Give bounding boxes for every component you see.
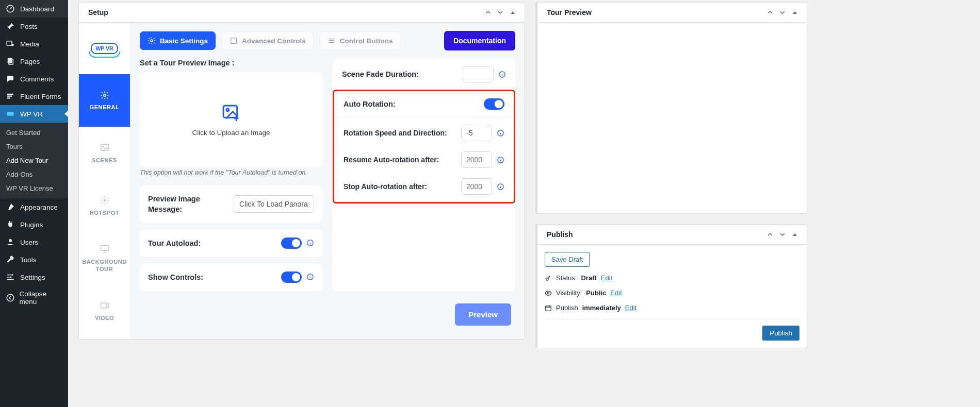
sidebar-item-fluent-forms[interactable]: Fluent Forms bbox=[0, 88, 68, 105]
info-icon[interactable] bbox=[496, 129, 504, 137]
pill-basic-settings[interactable]: Basic Settings bbox=[140, 31, 216, 50]
sidebar-label: Dashboard bbox=[20, 5, 54, 13]
panel-caret-up-icon[interactable] bbox=[765, 230, 775, 239]
panel-caret-down-icon[interactable] bbox=[778, 230, 787, 239]
pill-advanced-controls[interactable]: Advanced Controls bbox=[222, 31, 314, 50]
scene-fade-input[interactable] bbox=[463, 66, 494, 82]
submenu-get-started[interactable]: Get Started bbox=[0, 126, 68, 140]
svg-rect-5 bbox=[7, 94, 13, 95]
svg-point-24 bbox=[226, 108, 229, 111]
tab-label: VIDEO bbox=[95, 315, 114, 321]
tour-autoload-toggle[interactable] bbox=[281, 238, 302, 249]
submenu-wpvr-license[interactable]: WP VR License bbox=[0, 181, 68, 195]
scene-fade-row: Scene Fade Duration: bbox=[333, 59, 515, 90]
upload-image-icon bbox=[220, 103, 242, 124]
resume-rotation-row: Resume Auto-rotation after: bbox=[334, 146, 514, 173]
tour-preview-body bbox=[537, 23, 807, 213]
submenu-addons[interactable]: Add-Ons bbox=[0, 167, 68, 181]
preview-message-label: Preview Image Message: bbox=[148, 194, 231, 215]
sidebar-item-pages[interactable]: Pages bbox=[0, 53, 68, 70]
wpvr-logo: WP VR bbox=[79, 23, 130, 74]
auto-rotation-highlight: Auto Rotation: Rotation Speed and Direct… bbox=[333, 90, 515, 204]
rotation-speed-input[interactable] bbox=[461, 125, 492, 141]
tab-general[interactable]: GENERAL bbox=[79, 74, 130, 127]
resume-rotation-label: Resume Auto-rotation after: bbox=[344, 156, 439, 164]
publish-date-label: Publish bbox=[556, 304, 578, 312]
tab-video[interactable]: VIDEO bbox=[79, 284, 130, 337]
visibility-value: Public bbox=[586, 289, 606, 297]
sidebar-label: Fluent Forms bbox=[20, 93, 61, 100]
panel-caret-up-icon[interactable] bbox=[765, 8, 775, 17]
sidebar-item-posts[interactable]: Posts bbox=[0, 18, 68, 35]
panel-triangle-up-icon[interactable] bbox=[790, 230, 799, 239]
panel-caret-up-icon[interactable] bbox=[483, 8, 493, 17]
sidebar-label: Comments bbox=[20, 75, 54, 83]
calendar-icon bbox=[545, 304, 552, 312]
svg-rect-20 bbox=[101, 303, 106, 308]
info-icon[interactable] bbox=[306, 239, 314, 247]
info-icon[interactable] bbox=[496, 156, 504, 164]
status-label: Status: bbox=[556, 274, 577, 282]
sidebar-item-tools[interactable]: Tools bbox=[0, 251, 68, 268]
svg-rect-8 bbox=[7, 112, 14, 116]
vertical-tabs: WP VR GENERAL SCENES HOTSPOT bbox=[79, 23, 130, 339]
sidebar-item-media[interactable]: Media bbox=[0, 35, 68, 53]
show-controls-card: Show Controls: bbox=[140, 263, 322, 291]
publish-status-row: Status: Draft Edit bbox=[545, 274, 799, 282]
pill-control-buttons[interactable]: Control Buttons bbox=[320, 31, 401, 50]
resume-rotation-input[interactable] bbox=[461, 151, 492, 168]
show-controls-toggle[interactable] bbox=[281, 272, 302, 283]
publish-button[interactable]: Publish bbox=[762, 326, 799, 341]
pin-icon bbox=[6, 22, 16, 31]
visibility-edit-link[interactable]: Edit bbox=[610, 289, 622, 297]
sidebar-item-dashboard[interactable]: Dashboard bbox=[0, 0, 68, 18]
monitor-icon bbox=[100, 244, 110, 254]
info-icon[interactable] bbox=[306, 273, 314, 281]
panel-triangle-up-icon[interactable] bbox=[508, 8, 517, 17]
preview-button[interactable]: Preview bbox=[455, 303, 511, 326]
submenu-tours[interactable]: Tours bbox=[0, 140, 68, 154]
comment-icon bbox=[6, 74, 16, 83]
tour-autoload-label: Tour Autoload: bbox=[148, 239, 201, 247]
gear-icon bbox=[100, 91, 109, 100]
sidebar-item-plugins[interactable]: Plugins bbox=[0, 216, 68, 233]
stop-rotation-label: Stop Auto-rotation after: bbox=[344, 182, 427, 191]
setup-panel-title: Setup bbox=[88, 8, 108, 16]
publish-date-edit-link[interactable]: Edit bbox=[625, 304, 636, 312]
sidebar-item-appearance[interactable]: Appearance bbox=[0, 198, 68, 216]
documentation-button[interactable]: Documentation bbox=[444, 31, 515, 50]
stop-rotation-input[interactable] bbox=[461, 178, 492, 195]
auto-rotation-row: Auto Rotation: bbox=[334, 91, 514, 117]
panel-caret-down-icon[interactable] bbox=[778, 8, 787, 17]
set-preview-label: Set a Tour Preview Image : bbox=[140, 59, 322, 67]
preview-message-card: Preview Image Message: bbox=[140, 185, 322, 223]
pill-label: Basic Settings bbox=[160, 37, 208, 45]
tab-scenes[interactable]: SCENES bbox=[79, 127, 130, 179]
sidebar-item-wpvr[interactable]: WP VR bbox=[0, 105, 68, 123]
panel-caret-down-icon[interactable] bbox=[496, 8, 505, 17]
svg-point-16 bbox=[102, 146, 104, 147]
tour-autoload-card: Tour Autoload: bbox=[140, 229, 322, 257]
tab-background-tour[interactable]: BACKGROUND TOUR bbox=[79, 232, 130, 284]
status-edit-link[interactable]: Edit bbox=[601, 274, 612, 282]
sidebar-item-collapse[interactable]: Collapse menu bbox=[0, 286, 68, 310]
auto-rotation-toggle[interactable] bbox=[484, 98, 504, 110]
svg-point-13 bbox=[7, 294, 14, 301]
upload-image-box[interactable]: Click to Upload an Image bbox=[140, 72, 322, 167]
svg-point-31 bbox=[546, 278, 548, 280]
svg-rect-1 bbox=[7, 41, 12, 45]
preview-message-input[interactable] bbox=[234, 195, 314, 213]
sidebar-item-settings[interactable]: Settings bbox=[0, 268, 68, 286]
tab-hotspot[interactable]: HOTSPOT bbox=[79, 179, 130, 232]
info-icon[interactable] bbox=[498, 70, 506, 78]
tab-label: GENERAL bbox=[90, 104, 120, 110]
sidebar-item-users[interactable]: Users bbox=[0, 233, 68, 251]
sidebar-item-comments[interactable]: Comments bbox=[0, 70, 68, 88]
dashboard-icon bbox=[6, 4, 16, 13]
panel-triangle-up-icon[interactable] bbox=[790, 8, 799, 17]
info-icon[interactable] bbox=[496, 182, 504, 191]
save-draft-button[interactable]: Save Draft bbox=[545, 252, 590, 267]
sliders-icon bbox=[6, 273, 16, 282]
submenu-add-new-tour[interactable]: Add New Tour bbox=[0, 154, 68, 167]
user-icon bbox=[6, 238, 16, 247]
